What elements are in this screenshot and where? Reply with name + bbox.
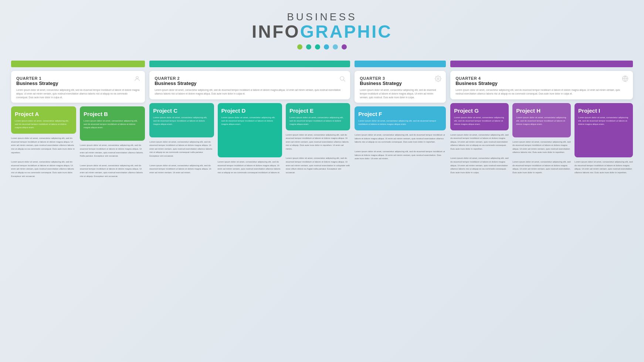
proj-i-desc: Lorem ipsum dolor sit amet, consectetur …: [578, 116, 629, 126]
proj-f-desc: Lorem ipsum dolor sit amet, consectetur …: [358, 119, 442, 126]
proj-e-title: Project E: [289, 107, 346, 114]
proj-h-title: Project H: [516, 107, 567, 114]
dot-3: [315, 44, 320, 49]
q2-projects: Project C Lorem ipsum dolor sit amet, co…: [149, 103, 350, 175]
proj-f-text2: Lorem ipsum dolor sit amet, consectetur …: [355, 150, 446, 161]
dot-4: [324, 44, 329, 49]
q3-subtitle: Business Strategy: [360, 81, 441, 86]
q4-proj-g-col: Project G Lorem ipsum dolor sit amet, co…: [450, 103, 509, 175]
proj-e-card: Project E Lorem ipsum dolor sit amet, co…: [286, 103, 350, 130]
q1-proj-a-col: Project A Lorem ipsum dolor sit amet, co…: [11, 106, 76, 178]
quarter-4-section: QUARTER 4 Business Strategy Lorem ipsum …: [450, 61, 633, 174]
proj-b-desc: Lorem ipsum dolor sit amet, consectetur …: [84, 119, 141, 129]
proj-b-text2: Lorem ipsum dolor sit amet, consectetur …: [80, 164, 145, 178]
header-business-label: BUSINESS: [252, 11, 392, 23]
proj-g-text2: Lorem ipsum dolor sit amet, consectetur …: [450, 157, 509, 174]
proj-e-text1: Lorem ipsum dolor sit amet, consectetur …: [286, 133, 350, 151]
q4-proj-h-col: Project H Lorem ipsum dolor sit amet, co…: [512, 103, 571, 175]
proj-i-title: Project I: [578, 107, 629, 114]
q1-desc: Lorem ipsum dolor sit amet, consectetur …: [16, 88, 140, 99]
proj-a-text2: Lorem ipsum dolor sit amet, consectetur …: [11, 160, 76, 178]
q1-title: QUARTER 1: [16, 76, 140, 81]
q1-header-card: QUARTER 1 Business Strategy Lorem ipsum …: [11, 71, 145, 103]
q2-proj-c-col: Project C Lorem ipsum dolor sit amet, co…: [149, 103, 214, 175]
proj-c-desc: Lorem ipsum dolor sit amet, consectetur …: [153, 116, 210, 126]
proj-i-text1: Lorem ipsum dolor sit amet, consectetur …: [574, 160, 633, 174]
proj-e-text2: Lorem ipsum dolor sit amet, consectetur …: [286, 157, 350, 174]
q3-icon: [435, 75, 441, 83]
q4-subtitle: Business Strategy: [455, 81, 628, 86]
proj-h-desc: Lorem ipsum dolor sit amet, consectetur …: [516, 116, 567, 126]
proj-c-title: Project C: [153, 107, 210, 114]
q4-proj-i-col: Project I Lorem ipsum dolor sit amet, co…: [574, 103, 633, 175]
q4-header-card: QUARTER 4 Business Strategy Lorem ipsum …: [450, 71, 633, 99]
proj-c-text2: Lorem ipsum dolor sit amet, consectetur …: [149, 164, 214, 175]
q4-color-bar: [450, 61, 633, 67]
q1-projects: Project A Lorem ipsum dolor sit amet, co…: [11, 106, 145, 178]
dot-5: [333, 44, 338, 49]
proj-g-text1: Lorem ipsum dolor sit amet, consectetur …: [450, 133, 509, 151]
proj-b-card: Project B Lorem ipsum dolor sit amet, co…: [80, 106, 145, 141]
proj-f-card: Project F Lorem ipsum dolor sit amet, co…: [355, 106, 446, 130]
q1-proj-b-col: Project B Lorem ipsum dolor sit amet, co…: [80, 106, 145, 178]
header-infographic-label: INFOGRAPHIC: [252, 23, 392, 41]
proj-b-text1: Lorem ipsum dolor sit amet, consectetur …: [80, 144, 145, 158]
q1-icon: [134, 75, 140, 83]
q2-proj-d-col: Project D Lorem ipsum dolor sit amet, co…: [218, 103, 282, 175]
proj-f-text1: Lorem ipsum dolor sit amet, consectetur …: [355, 133, 446, 144]
dots-row: [252, 44, 392, 49]
q2-subtitle: Business Strategy: [155, 81, 345, 86]
proj-g-desc: Lorem ipsum dolor sit amet, consectetur …: [454, 116, 505, 126]
proj-a-card: Project A Lorem ipsum dolor sit amet, co…: [11, 106, 76, 134]
quarter-1-section: QUARTER 1 Business Strategy Lorem ipsum …: [11, 61, 145, 178]
proj-c-card: Project C Lorem ipsum dolor sit amet, co…: [149, 103, 214, 137]
svg-point-0: [136, 76, 138, 79]
q4-icon: [622, 75, 628, 83]
q3-color-bar: [355, 61, 446, 67]
svg-line-2: [344, 80, 345, 81]
proj-d-text1: Lorem ipsum dolor sit amet, consectetur …: [218, 160, 282, 174]
proj-b-title: Project B: [84, 111, 141, 117]
proj-e-desc: Lorem ipsum dolor sit amet, consectetur …: [289, 116, 346, 126]
proj-c-text1: Lorem ipsum dolor sit amet, consectetur …: [149, 140, 214, 158]
svg-point-3: [437, 78, 439, 80]
q2-header-card: QUARTER 2 Business Strategy Lorem ipsum …: [149, 71, 350, 99]
header: BUSINESS INFOGRAPHIC: [252, 11, 392, 49]
quarter-2-section: QUARTER 2 Business Strategy Lorem ipsum …: [149, 61, 350, 174]
q3-desc: Lorem ipsum dolor sit amet, consectetur …: [360, 88, 441, 99]
dot-6: [342, 44, 347, 49]
q3-title: QUARTER 3: [360, 76, 441, 81]
q2-proj-e-col: Project E Lorem ipsum dolor sit amet, co…: [286, 103, 350, 175]
q2-title: QUARTER 2: [155, 76, 345, 81]
proj-i-card: Project I Lorem ipsum dolor sit amet, co…: [574, 103, 633, 158]
q2-color-bar: [149, 61, 350, 67]
q1-subtitle: Business Strategy: [16, 81, 140, 86]
proj-h-text2: Lorem ipsum dolor sit amet, consectetur …: [512, 160, 571, 174]
dot-2: [306, 44, 311, 49]
svg-point-1: [340, 76, 344, 81]
graphic-part: GRAPHIC: [300, 22, 392, 41]
q4-projects: Project G Lorem ipsum dolor sit amet, co…: [450, 103, 633, 175]
proj-g-card: Project G Lorem ipsum dolor sit amet, co…: [450, 103, 509, 130]
quarters-grid: QUARTER 1 Business Strategy Lorem ipsum …: [11, 61, 633, 178]
quarter-3-section: QUARTER 3 Business Strategy Lorem ipsum …: [355, 61, 446, 161]
proj-d-card: Project D Lorem ipsum dolor sit amet, co…: [218, 103, 282, 158]
proj-f-title: Project F: [358, 111, 442, 117]
proj-d-title: Project D: [221, 107, 278, 114]
page: BUSINESS INFOGRAPHIC QUARTER 1 Business …: [0, 0, 644, 362]
proj-g-title: Project G: [454, 107, 505, 114]
q3-proj-f-col: Project F Lorem ipsum dolor sit amet, co…: [355, 106, 446, 161]
q4-desc: Lorem ipsum dolor sit amet, consectetur …: [455, 88, 628, 96]
q3-header-card: QUARTER 3 Business Strategy Lorem ipsum …: [355, 71, 446, 103]
q3-projects: Project F Lorem ipsum dolor sit amet, co…: [355, 106, 446, 161]
proj-a-text1: Lorem ipsum dolor sit amet, consectetur …: [11, 137, 76, 154]
q2-desc: Lorem ipsum dolor sit amet, consectetur …: [155, 88, 345, 96]
proj-d-desc: Lorem ipsum dolor sit amet, consectetur …: [221, 116, 278, 126]
proj-h-card: Project H Lorem ipsum dolor sit amet, co…: [512, 103, 571, 137]
q4-title: QUARTER 4: [455, 76, 628, 81]
dot-1: [297, 44, 302, 49]
q1-color-bar: [11, 61, 145, 67]
q2-icon: [339, 75, 346, 83]
proj-a-title: Project A: [15, 111, 72, 117]
info-part: INFO: [252, 22, 300, 41]
